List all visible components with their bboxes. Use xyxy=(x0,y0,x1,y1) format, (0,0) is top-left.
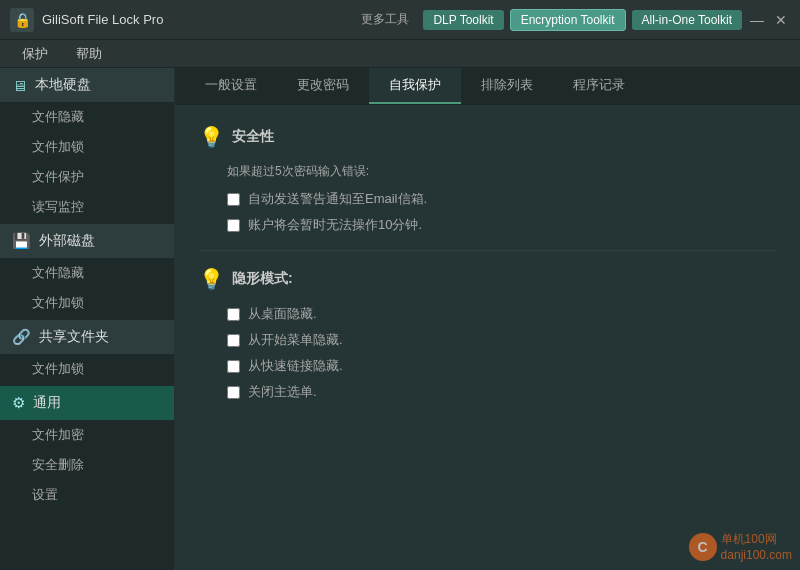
sidebar: 🖥 本地硬盘 文件隐藏 文件加锁 文件保护 读写监控 💾 外部磁盘 文件隐藏 文… xyxy=(0,68,175,570)
stealth-icon: 💡 xyxy=(199,267,224,291)
sidebar-section-external-disk: 💾 外部磁盘 文件隐藏 文件加锁 xyxy=(0,224,174,318)
sidebar-item-local-file-protect[interactable]: 文件保护 xyxy=(0,162,174,192)
minimize-button[interactable]: — xyxy=(748,11,766,29)
watermark: C 单机100网 danji100.com xyxy=(689,531,792,562)
security-section-header: 💡 安全性 xyxy=(199,125,776,149)
sidebar-header-shared-folder[interactable]: 🔗 共享文件夹 xyxy=(0,320,174,354)
titlebar-controls: 更多工具 DLP Toolkit Encryption Toolkit All-… xyxy=(361,9,790,31)
security-option-1-label: 自动发送警告通知至Email信箱. xyxy=(248,190,427,208)
watermark-logo: C xyxy=(689,533,717,561)
security-option-1-row: 自动发送警告通知至Email信箱. xyxy=(227,190,776,208)
sidebar-item-safe-delete[interactable]: 安全删除 xyxy=(0,450,174,480)
sidebar-item-shared-file-lock[interactable]: 文件加锁 xyxy=(0,354,174,384)
stealth-checkbox-2[interactable] xyxy=(227,334,240,347)
close-button[interactable]: ✕ xyxy=(772,11,790,29)
section-divider xyxy=(199,250,776,251)
sidebar-header-general[interactable]: ⚙ 通用 xyxy=(0,386,174,420)
stealth-checkbox-3[interactable] xyxy=(227,360,240,373)
sidebar-item-file-encrypt[interactable]: 文件加密 xyxy=(0,420,174,450)
tab-change-password[interactable]: 更改密码 xyxy=(277,68,369,104)
stealth-option-1-row: 从桌面隐藏. xyxy=(227,305,776,323)
tab-exclusion-list[interactable]: 排除列表 xyxy=(461,68,553,104)
more-tools-label: 更多工具 xyxy=(361,11,409,28)
stealth-option-1-label: 从桌面隐藏. xyxy=(248,305,317,323)
sidebar-item-local-read-monitor[interactable]: 读写监控 xyxy=(0,192,174,222)
dlp-toolkit-button[interactable]: DLP Toolkit xyxy=(423,10,503,30)
security-checkbox-1[interactable] xyxy=(227,193,240,206)
stealth-section-header: 💡 隐形模式: xyxy=(199,267,776,291)
tab-general-settings[interactable]: 一般设置 xyxy=(185,68,277,104)
general-label: 通用 xyxy=(33,394,61,412)
stealth-option-3-row: 从快速链接隐藏. xyxy=(227,357,776,375)
stealth-option-4-label: 关闭主选单. xyxy=(248,383,317,401)
app-title: GiliSoft File Lock Pro xyxy=(42,12,361,27)
sidebar-item-ext-file-hide[interactable]: 文件隐藏 xyxy=(0,258,174,288)
app-icon: 🔒 xyxy=(10,8,34,32)
sidebar-item-local-file-lock[interactable]: 文件加锁 xyxy=(0,132,174,162)
external-disk-icon: 💾 xyxy=(12,232,31,250)
menu-help[interactable]: 帮助 xyxy=(64,42,114,66)
panel-self-protect: 💡 安全性 如果超过5次密码输入错误: 自动发送警告通知至Email信箱. 账户… xyxy=(175,105,800,570)
tab-self-protect[interactable]: 自我保护 xyxy=(369,68,461,104)
tab-program-log[interactable]: 程序记录 xyxy=(553,68,645,104)
stealth-option-3-label: 从快速链接隐藏. xyxy=(248,357,343,375)
sidebar-header-external-disk[interactable]: 💾 外部磁盘 xyxy=(0,224,174,258)
encryption-toolkit-button[interactable]: Encryption Toolkit xyxy=(510,9,626,31)
main-layout: 🖥 本地硬盘 文件隐藏 文件加锁 文件保护 读写监控 💾 外部磁盘 文件隐藏 文… xyxy=(0,68,800,570)
menubar: 保护 帮助 xyxy=(0,40,800,68)
general-icon: ⚙ xyxy=(12,394,25,412)
stealth-title: 隐形模式: xyxy=(232,270,293,288)
security-option-2-row: 账户将会暂时无法操作10分钟. xyxy=(227,216,776,234)
sidebar-item-local-file-hide[interactable]: 文件隐藏 xyxy=(0,102,174,132)
stealth-option-2-label: 从开始菜单隐藏. xyxy=(248,331,343,349)
stealth-checkbox-1[interactable] xyxy=(227,308,240,321)
security-icon: 💡 xyxy=(199,125,224,149)
local-disk-icon: 🖥 xyxy=(12,77,27,94)
shared-folder-icon: 🔗 xyxy=(12,328,31,346)
sidebar-header-local-disk[interactable]: 🖥 本地硬盘 xyxy=(0,68,174,102)
allinone-toolkit-button[interactable]: All-in-One Toolkit xyxy=(632,10,742,30)
stealth-option-4-row: 关闭主选单. xyxy=(227,383,776,401)
stealth-checkbox-4[interactable] xyxy=(227,386,240,399)
stealth-option-2-row: 从开始菜单隐藏. xyxy=(227,331,776,349)
sidebar-item-ext-file-lock[interactable]: 文件加锁 xyxy=(0,288,174,318)
security-checkbox-2[interactable] xyxy=(227,219,240,232)
security-desc: 如果超过5次密码输入错误: xyxy=(227,163,776,180)
security-option-2-label: 账户将会暂时无法操作10分钟. xyxy=(248,216,422,234)
security-title: 安全性 xyxy=(232,128,274,146)
shared-folder-label: 共享文件夹 xyxy=(39,328,109,346)
watermark-url: danji100.com xyxy=(721,548,792,562)
local-disk-label: 本地硬盘 xyxy=(35,76,91,94)
titlebar: 🔒 GiliSoft File Lock Pro 更多工具 DLP Toolki… xyxy=(0,0,800,40)
tab-bar: 一般设置 更改密码 自我保护 排除列表 程序记录 xyxy=(175,68,800,105)
sidebar-section-local-disk: 🖥 本地硬盘 文件隐藏 文件加锁 文件保护 读写监控 xyxy=(0,68,174,222)
external-disk-label: 外部磁盘 xyxy=(39,232,95,250)
sidebar-item-settings[interactable]: 设置 xyxy=(0,480,174,510)
sidebar-section-general: ⚙ 通用 文件加密 安全删除 设置 xyxy=(0,386,174,510)
sidebar-section-shared-folder: 🔗 共享文件夹 文件加锁 xyxy=(0,320,174,384)
watermark-site: 单机100网 xyxy=(721,531,792,548)
menu-protect[interactable]: 保护 xyxy=(10,42,60,66)
content-area: 一般设置 更改密码 自我保护 排除列表 程序记录 💡 安全性 如果超过5次密码输… xyxy=(175,68,800,570)
